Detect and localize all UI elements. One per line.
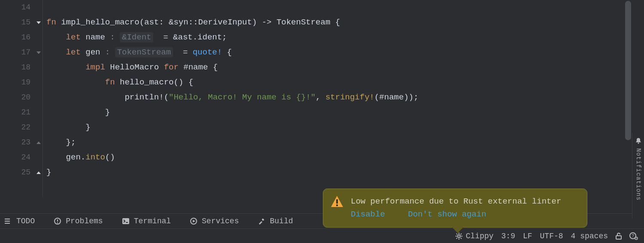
tool-tab-services[interactable]: Services <box>190 217 239 225</box>
bell-icon <box>635 137 642 146</box>
svg-rect-20 <box>336 204 338 206</box>
lock-icon <box>616 233 622 240</box>
tool-tab-todo[interactable]: TODO <box>4 217 35 225</box>
indent: 4 spaces <box>571 232 608 240</box>
code-line: fn impl_hello_macro(ast: &syn::DeriveInp… <box>43 15 632 30</box>
line-number[interactable]: 21 <box>0 105 43 120</box>
problems-icon <box>54 217 61 225</box>
fold-toggle-icon[interactable] <box>36 20 42 26</box>
line-number[interactable]: 14 <box>0 0 43 15</box>
warning-icon <box>330 195 344 212</box>
notification-balloon: Low performance due to Rust external lin… <box>323 189 587 228</box>
line-number[interactable]: 15 <box>0 15 43 30</box>
eol: LF <box>523 232 532 240</box>
svg-point-5 <box>458 235 460 237</box>
services-icon <box>190 217 197 225</box>
line-number[interactable]: 25 <box>0 165 43 180</box>
line-number[interactable]: 24 <box>0 150 43 165</box>
tool-tab-label: Terminal <box>134 217 171 225</box>
code-editor[interactable]: fn impl_hello_macro(ast: &syn::DeriveInp… <box>43 0 632 197</box>
fold-toggle-icon[interactable] <box>36 140 42 146</box>
code-line: let gen : TokenStream = quote! { <box>43 45 632 60</box>
gutter: 14 15 16 17 18 19 20 21 22 23 24 25 <box>0 0 43 197</box>
line-number[interactable]: 23 <box>0 135 43 150</box>
build-icon <box>258 217 265 225</box>
svg-line-10 <box>456 234 457 234</box>
balloon-action-disable[interactable]: Disable <box>351 210 385 219</box>
code-line <box>43 0 632 15</box>
notifications-label: Notifications <box>635 148 642 201</box>
fold-toggle-icon[interactable] <box>36 50 42 56</box>
help-icon: ? <box>629 232 638 240</box>
status-cursor-position[interactable]: 3:9 <box>501 232 515 240</box>
tool-tab-build[interactable]: Build <box>258 217 293 225</box>
line-number[interactable]: 17 <box>0 45 43 60</box>
code-line: }; <box>43 135 632 150</box>
tool-tab-label: Problems <box>66 217 103 225</box>
terminal-icon <box>122 217 130 225</box>
balloon-actions: Disable Don't show again <box>351 208 580 221</box>
code-line: impl HelloMacro for #name { <box>43 60 632 75</box>
todo-icon <box>4 217 12 225</box>
code-line: fn hello_macro() { <box>43 75 632 90</box>
line-number[interactable]: 18 <box>0 60 43 75</box>
code-line: println!("Hello, Macro! My name is {}!",… <box>43 90 632 105</box>
status-indent[interactable]: 4 spaces <box>571 232 608 240</box>
tool-tab-label: Services <box>202 217 239 225</box>
status-readonly[interactable] <box>616 233 622 240</box>
code-line: let name : &Ident = &ast.ident; <box>43 30 632 45</box>
svg-text:?: ? <box>632 234 634 238</box>
svg-point-18 <box>638 142 639 144</box>
line-number[interactable]: 16 <box>0 30 43 45</box>
line-number[interactable]: 19 <box>0 75 43 90</box>
code-line: } <box>43 165 632 180</box>
vertical-scrollbar-thumb[interactable] <box>625 1 631 140</box>
balloon-action-dont-show[interactable]: Don't show again <box>408 210 486 219</box>
notifications-toolwindow-stripe[interactable]: Notifications <box>632 133 644 219</box>
code-line: } <box>43 120 632 135</box>
balloon-text: Low performance due to Rust external lin… <box>351 195 580 208</box>
line-number[interactable]: 20 <box>0 90 43 105</box>
svg-rect-2 <box>57 222 58 223</box>
status-bar: Clippy 3:9 LF UTF-8 4 spaces ? <box>0 228 644 243</box>
svg-rect-14 <box>616 236 621 239</box>
cursor-pos: 3:9 <box>501 232 515 240</box>
svg-line-11 <box>461 238 462 239</box>
svg-rect-19 <box>336 199 338 204</box>
ln: 14 <box>21 3 30 12</box>
tool-tab-label: TODO <box>16 217 35 225</box>
status-linter-label: Clippy <box>466 232 494 240</box>
tool-tab-problems[interactable]: Problems <box>54 217 103 225</box>
code-line: gen.into() <box>43 150 632 165</box>
line-number[interactable]: 22 <box>0 120 43 135</box>
svg-line-12 <box>461 234 462 234</box>
svg-rect-3 <box>122 218 129 224</box>
code-line: } <box>43 105 632 120</box>
status-help[interactable]: ? <box>629 232 638 240</box>
enc: UTF-8 <box>540 232 563 240</box>
status-line-separator[interactable]: LF <box>523 232 532 240</box>
gear-icon <box>456 233 462 240</box>
svg-line-13 <box>456 238 457 239</box>
status-encoding[interactable]: UTF-8 <box>540 232 563 240</box>
tool-tab-terminal[interactable]: Terminal <box>122 217 171 225</box>
tool-tab-label: Build <box>270 217 293 225</box>
fold-toggle-icon[interactable] <box>36 170 42 176</box>
svg-rect-1 <box>57 219 58 222</box>
